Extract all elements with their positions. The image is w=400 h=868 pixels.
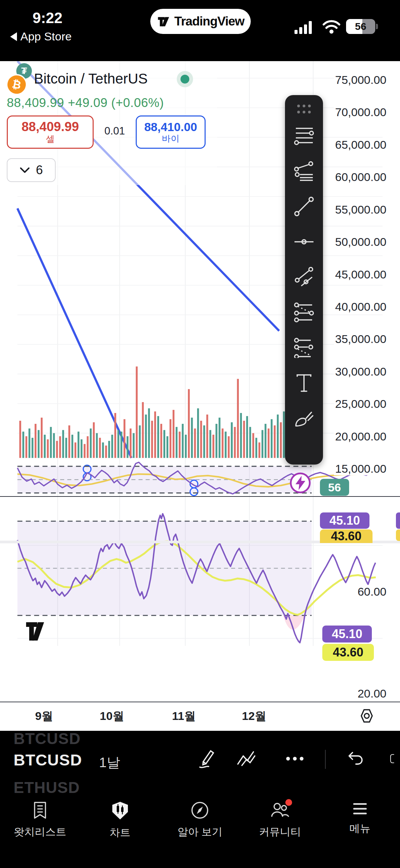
trend-based-fib-tool-icon[interactable] [292,330,316,365]
time-axis-month-label: 9월 [35,708,53,724]
tradingview-mobile-screen: 9:22 App Store TradingView 56 ₮ ₿ Bitcoi… [0,0,400,868]
price-axis-label: 25,000.00 [334,397,388,411]
spread-value: 0.01 [98,125,132,137]
fib-retracement-tool-icon[interactable] [292,295,316,330]
price-axis-label: 50,000.00 [334,235,388,249]
menu-hamburger-icon [351,801,369,816]
price-axis-label: 55,000.00 [334,203,388,216]
price-axis-label: 20,000.00 [334,430,388,443]
sell-price: 88,409.99 [21,120,79,134]
flash-quick-trade-button[interactable] [289,471,312,494]
chevron-down-icon [20,167,30,174]
draw-button[interactable] [196,748,218,770]
back-to-app-store-link[interactable]: App Store [10,30,98,43]
market-open-dot [180,75,189,84]
sell-button[interactable]: 88,409.99 셀 [7,115,94,149]
text-tool-icon[interactable] [292,365,316,401]
horizontal-line-tool-icon[interactable] [292,224,316,259]
undo-button[interactable] [344,748,366,770]
battery-icon: 56 [346,19,375,34]
symbol-button[interactable]: BTCUSD [14,751,82,769]
tradingview-logo-icon [157,15,170,28]
parallel-channel-tool-icon[interactable] [292,259,316,295]
buy-button[interactable]: 88,410.00 바이 [136,115,206,149]
time-axis-month-label: 12월 [242,708,266,724]
tab-watchlist[interactable]: 왓치리스트 [0,793,80,868]
rsi2-scale-label: 60.00 [356,585,388,598]
battery-percent: 56 [346,19,375,34]
horizontal-levels-tool-icon[interactable] [292,118,316,153]
chart-icon [111,801,129,820]
rsi2-scale-label: 20.00 [356,687,388,700]
rsi1-edge-badge [396,512,400,529]
trend-line-tool-icon[interactable] [292,189,316,224]
price-axis-label: 60,000.00 [334,170,388,184]
back-triangle-icon [10,32,17,41]
tab-chart[interactable]: 차트 [80,793,160,868]
price-axis-label: 35,000.00 [334,332,388,346]
layers-dropdown-button[interactable]: 6 [7,158,56,182]
toolbar-drag-handle-icon[interactable] [292,100,316,118]
sell-label: 셀 [46,134,55,144]
cell-signal-icon [294,20,312,34]
time-axis-month-label: 11월 [172,708,196,724]
rsi2-ma-value-badge: 43.60 [322,644,374,661]
compass-icon [191,801,209,819]
volume-pane-divider [0,496,400,497]
watchlist-ghost-row: BTCUSD [14,729,81,748]
interval-button[interactable]: 1날 [99,753,120,772]
tradingview-watermark [26,622,44,640]
more-options-button[interactable] [284,748,306,770]
price-axis-label: 15,000.00 [334,462,388,475]
tab-discover[interactable]: 알아 보기 [160,793,240,868]
price-axis-label: 30,000.00 [334,365,388,378]
toolbar-divider [325,750,326,769]
rsi1-ma-edge-badge [396,529,400,541]
last-price-line: 88,409.99 +49.09 (+0.06%) [7,96,164,110]
price-axis-label: 70,000.00 [334,106,388,119]
buy-label: 바이 [162,134,179,143]
wifi-icon [322,19,341,34]
drawing-toolbar [285,95,323,465]
rsi1-ma-value-badge: 43.60 [320,529,373,543]
time-axis-month-label: 10월 [100,708,124,724]
watchlist-icon [31,801,49,819]
dynamic-island-app-pill[interactable]: TradingView [150,9,251,34]
axis-settings-hexagon-icon[interactable] [358,707,375,725]
battery-nub [376,24,378,29]
notification-dot [285,799,292,806]
indicators-button[interactable] [235,748,257,770]
screenshot-button-partial[interactable] [389,748,400,770]
pitchfork-tool-icon[interactable] [292,153,316,189]
buy-price: 88,410.00 [144,121,197,133]
tab-community[interactable]: 커뮤니티 [240,793,320,868]
price-axis-label: 40,000.00 [334,300,388,313]
brush-tool-icon[interactable] [292,401,316,436]
rsi1-value-badge: 45.10 [320,512,369,529]
price-axis-label: 45,000.00 [334,268,388,281]
price-axis-label: 75,000.00 [334,73,388,87]
volume-scale-badge: 56 [320,479,349,496]
tab-bar: 왓치리스트 차트 알아 보기 커뮤니 [0,793,400,868]
rsi2-value-badge: 45.10 [322,626,372,643]
time-axis[interactable]: 9월10월11월12월 [0,702,400,731]
symbol-title[interactable]: Bitcoin / TetherUS [34,71,148,87]
price-axis-label: 65,000.00 [334,138,388,151]
clock: 9:22 [19,10,76,26]
tab-menu[interactable]: 메뉴 [320,793,400,868]
